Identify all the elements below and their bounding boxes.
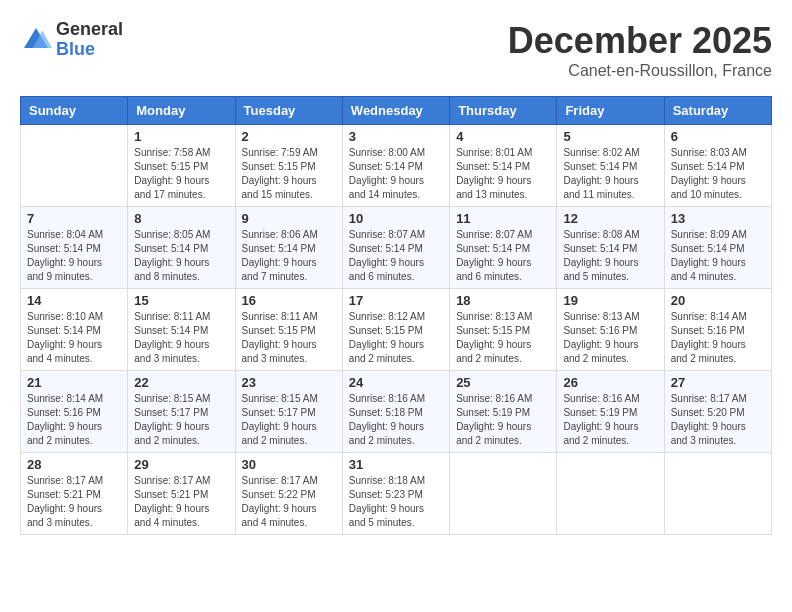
header-tuesday: Tuesday [235,97,342,125]
day-number: 1 [134,129,228,144]
header-sunday: Sunday [21,97,128,125]
day-info: Sunrise: 8:12 AMSunset: 5:15 PMDaylight:… [349,310,443,366]
day-number: 21 [27,375,121,390]
day-number: 25 [456,375,550,390]
day-number: 29 [134,457,228,472]
table-row: 21 Sunrise: 8:14 AMSunset: 5:16 PMDaylig… [21,371,128,453]
day-number: 10 [349,211,443,226]
day-info: Sunrise: 8:08 AMSunset: 5:14 PMDaylight:… [563,228,657,284]
page-header: General Blue December 2025 Canet-en-Rous… [20,20,772,80]
table-row: 25 Sunrise: 8:16 AMSunset: 5:19 PMDaylig… [450,371,557,453]
day-info: Sunrise: 8:16 AMSunset: 5:18 PMDaylight:… [349,392,443,448]
logo: General Blue [20,20,123,60]
day-info: Sunrise: 8:10 AMSunset: 5:14 PMDaylight:… [27,310,121,366]
table-row: 16 Sunrise: 8:11 AMSunset: 5:15 PMDaylig… [235,289,342,371]
calendar-week-1: 1 Sunrise: 7:58 AMSunset: 5:15 PMDayligh… [21,125,772,207]
day-number: 14 [27,293,121,308]
location: Canet-en-Roussillon, France [508,62,772,80]
table-row: 23 Sunrise: 8:15 AMSunset: 5:17 PMDaylig… [235,371,342,453]
day-number: 26 [563,375,657,390]
day-number: 30 [242,457,336,472]
header-saturday: Saturday [664,97,771,125]
table-row: 5 Sunrise: 8:02 AMSunset: 5:14 PMDayligh… [557,125,664,207]
day-number: 12 [563,211,657,226]
table-row: 7 Sunrise: 8:04 AMSunset: 5:14 PMDayligh… [21,207,128,289]
day-info: Sunrise: 8:14 AMSunset: 5:16 PMDaylight:… [27,392,121,448]
table-row: 14 Sunrise: 8:10 AMSunset: 5:14 PMDaylig… [21,289,128,371]
day-info: Sunrise: 8:17 AMSunset: 5:21 PMDaylight:… [134,474,228,530]
title-block: December 2025 Canet-en-Roussillon, Franc… [508,20,772,80]
month-title: December 2025 [508,20,772,62]
calendar-week-3: 14 Sunrise: 8:10 AMSunset: 5:14 PMDaylig… [21,289,772,371]
header-monday: Monday [128,97,235,125]
day-info: Sunrise: 8:09 AMSunset: 5:14 PMDaylight:… [671,228,765,284]
table-row: 6 Sunrise: 8:03 AMSunset: 5:14 PMDayligh… [664,125,771,207]
day-info: Sunrise: 8:11 AMSunset: 5:14 PMDaylight:… [134,310,228,366]
header-thursday: Thursday [450,97,557,125]
table-row: 19 Sunrise: 8:13 AMSunset: 5:16 PMDaylig… [557,289,664,371]
day-info: Sunrise: 8:17 AMSunset: 5:20 PMDaylight:… [671,392,765,448]
table-row: 24 Sunrise: 8:16 AMSunset: 5:18 PMDaylig… [342,371,449,453]
day-number: 9 [242,211,336,226]
day-info: Sunrise: 8:05 AMSunset: 5:14 PMDaylight:… [134,228,228,284]
header-friday: Friday [557,97,664,125]
day-number: 28 [27,457,121,472]
day-number: 22 [134,375,228,390]
table-row: 27 Sunrise: 8:17 AMSunset: 5:20 PMDaylig… [664,371,771,453]
table-row: 17 Sunrise: 8:12 AMSunset: 5:15 PMDaylig… [342,289,449,371]
day-number: 6 [671,129,765,144]
table-row [21,125,128,207]
day-number: 16 [242,293,336,308]
day-number: 20 [671,293,765,308]
day-info: Sunrise: 8:02 AMSunset: 5:14 PMDaylight:… [563,146,657,202]
day-number: 31 [349,457,443,472]
day-number: 5 [563,129,657,144]
table-row: 4 Sunrise: 8:01 AMSunset: 5:14 PMDayligh… [450,125,557,207]
day-info: Sunrise: 8:17 AMSunset: 5:21 PMDaylight:… [27,474,121,530]
day-info: Sunrise: 8:13 AMSunset: 5:15 PMDaylight:… [456,310,550,366]
table-row: 26 Sunrise: 8:16 AMSunset: 5:19 PMDaylig… [557,371,664,453]
day-number: 4 [456,129,550,144]
day-number: 7 [27,211,121,226]
day-info: Sunrise: 8:03 AMSunset: 5:14 PMDaylight:… [671,146,765,202]
day-info: Sunrise: 8:01 AMSunset: 5:14 PMDaylight:… [456,146,550,202]
day-number: 23 [242,375,336,390]
calendar-week-4: 21 Sunrise: 8:14 AMSunset: 5:16 PMDaylig… [21,371,772,453]
calendar-week-5: 28 Sunrise: 8:17 AMSunset: 5:21 PMDaylig… [21,453,772,535]
day-number: 13 [671,211,765,226]
day-info: Sunrise: 7:58 AMSunset: 5:15 PMDaylight:… [134,146,228,202]
table-row: 10 Sunrise: 8:07 AMSunset: 5:14 PMDaylig… [342,207,449,289]
calendar-week-2: 7 Sunrise: 8:04 AMSunset: 5:14 PMDayligh… [21,207,772,289]
day-info: Sunrise: 8:18 AMSunset: 5:23 PMDaylight:… [349,474,443,530]
table-row: 22 Sunrise: 8:15 AMSunset: 5:17 PMDaylig… [128,371,235,453]
day-number: 19 [563,293,657,308]
day-info: Sunrise: 8:17 AMSunset: 5:22 PMDaylight:… [242,474,336,530]
table-row [664,453,771,535]
day-info: Sunrise: 8:00 AMSunset: 5:14 PMDaylight:… [349,146,443,202]
calendar: Sunday Monday Tuesday Wednesday Thursday… [20,96,772,535]
day-info: Sunrise: 8:07 AMSunset: 5:14 PMDaylight:… [349,228,443,284]
day-number: 27 [671,375,765,390]
day-number: 2 [242,129,336,144]
table-row: 3 Sunrise: 8:00 AMSunset: 5:14 PMDayligh… [342,125,449,207]
table-row [450,453,557,535]
day-number: 15 [134,293,228,308]
day-number: 17 [349,293,443,308]
table-row: 13 Sunrise: 8:09 AMSunset: 5:14 PMDaylig… [664,207,771,289]
day-info: Sunrise: 8:06 AMSunset: 5:14 PMDaylight:… [242,228,336,284]
table-row [557,453,664,535]
table-row: 2 Sunrise: 7:59 AMSunset: 5:15 PMDayligh… [235,125,342,207]
table-row: 29 Sunrise: 8:17 AMSunset: 5:21 PMDaylig… [128,453,235,535]
logo-general: General [56,20,123,40]
table-row: 9 Sunrise: 8:06 AMSunset: 5:14 PMDayligh… [235,207,342,289]
calendar-header-row: Sunday Monday Tuesday Wednesday Thursday… [21,97,772,125]
header-wednesday: Wednesday [342,97,449,125]
day-info: Sunrise: 8:11 AMSunset: 5:15 PMDaylight:… [242,310,336,366]
table-row: 31 Sunrise: 8:18 AMSunset: 5:23 PMDaylig… [342,453,449,535]
table-row: 11 Sunrise: 8:07 AMSunset: 5:14 PMDaylig… [450,207,557,289]
table-row: 1 Sunrise: 7:58 AMSunset: 5:15 PMDayligh… [128,125,235,207]
day-info: Sunrise: 8:14 AMSunset: 5:16 PMDaylight:… [671,310,765,366]
day-info: Sunrise: 8:07 AMSunset: 5:14 PMDaylight:… [456,228,550,284]
logo-blue: Blue [56,40,123,60]
day-number: 24 [349,375,443,390]
